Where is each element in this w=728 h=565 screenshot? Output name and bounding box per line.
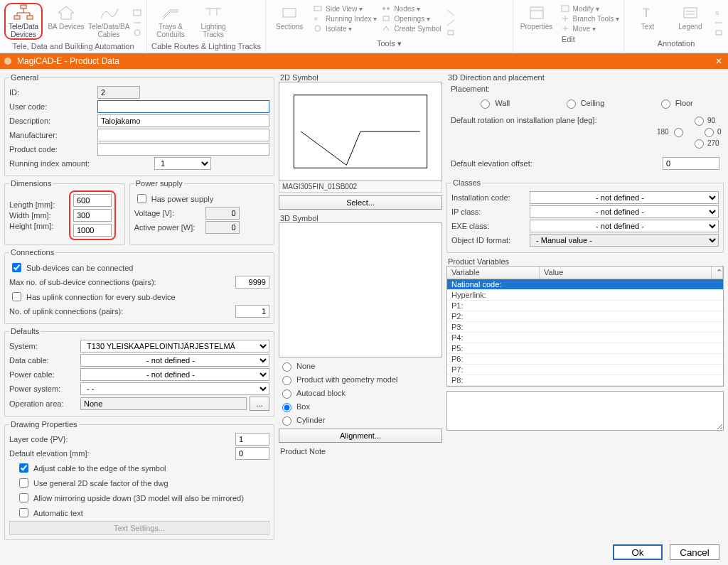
max-sub-input[interactable] [235, 276, 269, 289]
placement-wall[interactable]: Wall [477, 97, 510, 109]
power-cable-select[interactable]: - not defined - [80, 368, 269, 381]
dialog-footer: Ok Cancel [4, 540, 724, 564]
openings-button[interactable]: Openings ▾ [381, 14, 441, 23]
anno-extra-1[interactable]: S [714, 9, 724, 17]
pv-row[interactable]: P4: [447, 333, 723, 343]
properties-button[interactable]: Properties [518, 3, 556, 32]
power-system-label: Power system: [9, 384, 77, 393]
radio-box[interactable]: Box [279, 401, 442, 412]
radio-geometry[interactable]: Product with geometry model [279, 374, 442, 385]
installation-code-select[interactable]: - not defined - [530, 191, 719, 204]
side-view-button[interactable]: Side View ▾ [313, 4, 377, 13]
no-uplink-label: No. of uplink connections (pairs): [9, 307, 232, 316]
svg-rect-28 [684, 8, 697, 18]
running-index-button[interactable]: #Running Index ▾ [313, 14, 377, 23]
tools-extra-1[interactable] [446, 9, 456, 17]
placement-floor[interactable]: Floor [658, 97, 693, 109]
rot-90[interactable] [695, 117, 704, 126]
ribbon-group-edit-label: Edit [518, 33, 619, 45]
pv-row[interactable]: Hyperlink: [447, 290, 723, 301]
branch-tools-button[interactable]: Branch Tools ▾ [560, 14, 619, 23]
text-button[interactable]: T Text [628, 3, 667, 32]
adjust-cable-checkbox[interactable] [19, 463, 28, 473]
use-general-2d-label: Use general 2D scale factor of the dwg [33, 479, 168, 488]
allow-mirror-checkbox[interactable] [19, 493, 28, 502]
pv-row[interactable]: P1: [447, 301, 723, 311]
pv-row[interactable]: P8: [447, 375, 723, 386]
legend-button[interactable]: Legend [671, 3, 710, 32]
running-index-select[interactable]: 1 [154, 157, 211, 170]
pv-row-selected[interactable]: National code: [447, 279, 723, 290]
manufacturer-input[interactable] [97, 129, 269, 141]
data-cable-select[interactable]: - not defined - [80, 354, 269, 367]
ribbon-group-edit: Properties Modify ▾ Branch Tools ▾ Move … [513, 0, 624, 53]
alignment-button[interactable]: Alignment... [279, 429, 442, 443]
cancel-button[interactable]: Cancel [670, 544, 719, 560]
modify-button[interactable]: Modify ▾ [560, 4, 619, 13]
anno-extra-3[interactable] [714, 28, 724, 37]
radio-autocad[interactable]: Autocad block [279, 387, 442, 399]
power-system-select[interactable]: - - [80, 382, 269, 395]
length-input[interactable] [73, 194, 112, 207]
ribbon-extra-1[interactable] [132, 9, 142, 17]
radio-none[interactable]: None [279, 360, 442, 372]
move-button[interactable]: Move ▾ [560, 24, 619, 33]
product-note-textarea[interactable] [446, 391, 724, 431]
isolate-button[interactable]: Isolate ▾ [313, 24, 377, 33]
ip-class-select[interactable]: - not defined - [530, 205, 719, 218]
svg-rect-15 [314, 6, 321, 11]
rot-180[interactable] [674, 128, 683, 137]
lighting-tracks-button[interactable]: Lighting Tracks [194, 3, 232, 40]
use-general-2d-checkbox[interactable] [19, 478, 28, 488]
trays-conduits-button[interactable]: Trays & Conduits [151, 3, 190, 40]
ok-button[interactable]: Ok [613, 544, 663, 560]
description-input[interactable] [97, 114, 269, 127]
sections-button[interactable]: Sections [270, 3, 309, 32]
pv-row[interactable]: P5: [447, 343, 723, 354]
tools-extra-3[interactable] [446, 28, 456, 37]
rot-270[interactable] [695, 139, 704, 149]
dialog-body: General ID: User code: Description: Manu… [0, 69, 728, 565]
symbol-3d-preview [279, 222, 442, 357]
pv-row[interactable]: P6: [447, 354, 723, 365]
ribbon: Tele/Data Devices BA Devices Tele/Data/B… [0, 0, 728, 53]
default-elevation-input[interactable] [235, 447, 269, 460]
svg-line-21 [447, 10, 454, 16]
defaults-group: Defaults System: T130 YLEISKAAPELOINTIJÄ… [4, 327, 274, 417]
pv-row[interactable]: P3: [447, 322, 723, 333]
radio-cylinder[interactable]: Cylinder [279, 414, 442, 426]
manufacturer-label: Manufacturer: [9, 131, 95, 139]
height-input[interactable] [73, 224, 112, 237]
product-variables-table[interactable]: Variable Value ⌃ National code: Hyperlin… [446, 266, 724, 387]
create-symbol-button[interactable]: Create Symbol [381, 24, 441, 33]
pv-row[interactable]: P7: [447, 365, 723, 375]
tele-data-devices-button[interactable]: Tele/Data Devices [4, 3, 43, 40]
operation-area-input [80, 397, 247, 410]
anno-extra-2[interactable] [714, 18, 724, 27]
rot-0[interactable] [705, 128, 714, 137]
symbol-2d-select-button[interactable]: Select... [279, 195, 442, 210]
ribbon-extra-3[interactable] [132, 28, 142, 37]
system-select[interactable]: T130 YLEISKAAPELOINTIJÄRJESTELMÄ [80, 340, 269, 353]
close-icon[interactable]: ✕ [712, 56, 725, 66]
operation-area-browse-button[interactable]: ... [250, 397, 269, 411]
ribbon-extra-2[interactable] [132, 18, 142, 27]
pv-row[interactable]: P2: [447, 311, 723, 322]
elevation-offset-input[interactable] [663, 157, 719, 170]
no-uplink-input[interactable] [235, 305, 269, 318]
has-uplink-checkbox[interactable] [12, 292, 21, 301]
automatic-text-checkbox[interactable] [19, 508, 28, 517]
width-input[interactable] [73, 209, 112, 222]
nodes-button[interactable]: Nodes ▾ [381, 4, 441, 13]
product-code-input[interactable] [97, 143, 269, 156]
user-code-input[interactable] [97, 100, 269, 113]
tele-data-ba-cables-button[interactable]: Tele/Data/BA Cables [90, 3, 128, 40]
exe-class-select[interactable]: - not defined - [530, 220, 719, 232]
sub-devices-checkbox[interactable] [12, 263, 21, 272]
layer-code-input[interactable] [235, 433, 269, 446]
tools-extra-2[interactable] [446, 18, 456, 27]
ba-devices-button[interactable]: BA Devices [47, 3, 85, 32]
object-id-select[interactable]: - Manual value - [530, 234, 719, 247]
has-power-checkbox[interactable] [137, 194, 146, 203]
placement-ceiling[interactable]: Ceiling [563, 97, 605, 109]
